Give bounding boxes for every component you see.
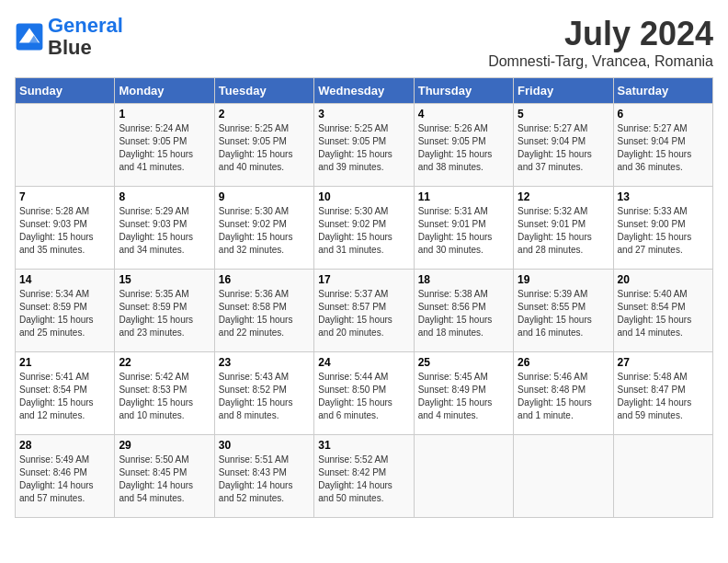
day-number: 27 (618, 356, 709, 369)
day-cell: 4Sunrise: 5:26 AM Sunset: 9:05 PM Daylig… (414, 104, 513, 187)
day-number: 24 (318, 356, 409, 369)
day-cell: 3Sunrise: 5:25 AM Sunset: 9:05 PM Daylig… (314, 104, 414, 187)
header-cell-friday: Friday (514, 78, 613, 104)
day-cell: 11Sunrise: 5:31 AM Sunset: 9:01 PM Dayli… (414, 187, 513, 270)
day-cell: 6Sunrise: 5:27 AM Sunset: 9:04 PM Daylig… (613, 104, 712, 187)
month-title: July 2024 (488, 15, 713, 53)
day-info: Sunrise: 5:52 AM Sunset: 8:42 PM Dayligh… (318, 454, 409, 505)
day-info: Sunrise: 5:32 AM Sunset: 9:01 PM Dayligh… (518, 205, 609, 257)
day-cell: 28Sunrise: 5:49 AM Sunset: 8:46 PM Dayli… (16, 435, 115, 518)
day-number: 19 (518, 273, 609, 286)
day-info: Sunrise: 5:41 AM Sunset: 8:54 PM Dayligh… (19, 371, 110, 422)
day-number: 21 (19, 356, 110, 369)
day-number: 20 (618, 273, 709, 286)
day-info: Sunrise: 5:25 AM Sunset: 9:05 PM Dayligh… (219, 122, 310, 174)
day-number: 3 (318, 108, 409, 121)
page-header: GeneralBlue July 2024 Domnesti-Targ, Vra… (15, 15, 713, 70)
day-cell: 8Sunrise: 5:29 AM Sunset: 9:03 PM Daylig… (115, 187, 214, 270)
day-cell (514, 435, 613, 518)
day-info: Sunrise: 5:34 AM Sunset: 8:59 PM Dayligh… (19, 288, 110, 339)
calendar-header: SundayMondayTuesdayWednesdayThursdayFrid… (16, 78, 713, 104)
day-cell: 24Sunrise: 5:44 AM Sunset: 8:50 PM Dayli… (314, 352, 414, 435)
week-row-4: 21Sunrise: 5:41 AM Sunset: 8:54 PM Dayli… (16, 352, 713, 435)
day-number: 14 (19, 273, 110, 286)
day-number: 25 (418, 356, 509, 369)
header-row: SundayMondayTuesdayWednesdayThursdayFrid… (16, 78, 713, 104)
day-cell: 18Sunrise: 5:38 AM Sunset: 8:56 PM Dayli… (414, 270, 513, 352)
day-cell: 25Sunrise: 5:45 AM Sunset: 8:49 PM Dayli… (414, 352, 513, 435)
day-cell: 19Sunrise: 5:39 AM Sunset: 8:55 PM Dayli… (514, 270, 613, 352)
day-cell: 23Sunrise: 5:43 AM Sunset: 8:52 PM Dayli… (214, 352, 313, 435)
day-number: 8 (119, 190, 210, 203)
location-title: Domnesti-Targ, Vrancea, Romania (488, 53, 713, 70)
day-info: Sunrise: 5:39 AM Sunset: 8:55 PM Dayligh… (518, 288, 609, 339)
day-cell: 9Sunrise: 5:30 AM Sunset: 9:02 PM Daylig… (214, 187, 313, 270)
logo-text: GeneralBlue (48, 15, 123, 59)
day-info: Sunrise: 5:33 AM Sunset: 9:00 PM Dayligh… (618, 205, 709, 257)
day-cell: 14Sunrise: 5:34 AM Sunset: 8:59 PM Dayli… (16, 270, 115, 352)
day-info: Sunrise: 5:37 AM Sunset: 8:57 PM Dayligh… (318, 288, 409, 339)
day-number: 23 (219, 356, 310, 369)
day-number: 26 (518, 356, 609, 369)
week-row-3: 14Sunrise: 5:34 AM Sunset: 8:59 PM Dayli… (16, 270, 713, 352)
day-number: 18 (418, 273, 509, 286)
day-info: Sunrise: 5:51 AM Sunset: 8:43 PM Dayligh… (219, 454, 310, 505)
day-cell: 5Sunrise: 5:27 AM Sunset: 9:04 PM Daylig… (514, 104, 613, 187)
day-number: 4 (418, 108, 509, 121)
day-number: 10 (318, 190, 409, 203)
day-info: Sunrise: 5:27 AM Sunset: 9:04 PM Dayligh… (618, 122, 709, 174)
day-cell: 1Sunrise: 5:24 AM Sunset: 9:05 PM Daylig… (115, 104, 214, 187)
week-row-5: 28Sunrise: 5:49 AM Sunset: 8:46 PM Dayli… (16, 435, 713, 518)
day-info: Sunrise: 5:35 AM Sunset: 8:59 PM Dayligh… (119, 288, 210, 339)
calendar-body: 1Sunrise: 5:24 AM Sunset: 9:05 PM Daylig… (16, 104, 713, 518)
day-info: Sunrise: 5:49 AM Sunset: 8:46 PM Dayligh… (19, 454, 110, 505)
day-number: 2 (219, 108, 310, 121)
day-number: 29 (119, 439, 210, 452)
day-cell: 31Sunrise: 5:52 AM Sunset: 8:42 PM Dayli… (314, 435, 414, 518)
day-cell: 30Sunrise: 5:51 AM Sunset: 8:43 PM Dayli… (214, 435, 313, 518)
day-number: 13 (618, 190, 709, 203)
day-cell: 2Sunrise: 5:25 AM Sunset: 9:05 PM Daylig… (214, 104, 313, 187)
day-number: 15 (119, 273, 210, 286)
day-number: 1 (119, 108, 210, 121)
day-info: Sunrise: 5:26 AM Sunset: 9:05 PM Dayligh… (418, 122, 509, 174)
day-cell: 21Sunrise: 5:41 AM Sunset: 8:54 PM Dayli… (16, 352, 115, 435)
day-info: Sunrise: 5:30 AM Sunset: 9:02 PM Dayligh… (318, 205, 409, 257)
day-info: Sunrise: 5:24 AM Sunset: 9:05 PM Dayligh… (119, 122, 210, 174)
day-cell: 26Sunrise: 5:46 AM Sunset: 8:48 PM Dayli… (514, 352, 613, 435)
day-info: Sunrise: 5:45 AM Sunset: 8:49 PM Dayligh… (418, 371, 509, 422)
header-cell-wednesday: Wednesday (314, 78, 414, 104)
day-cell (16, 104, 115, 187)
day-number: 31 (318, 439, 409, 452)
day-info: Sunrise: 5:42 AM Sunset: 8:53 PM Dayligh… (119, 371, 210, 422)
day-number: 9 (219, 190, 310, 203)
day-cell (613, 435, 712, 518)
calendar-table: SundayMondayTuesdayWednesdayThursdayFrid… (15, 77, 713, 518)
day-info: Sunrise: 5:40 AM Sunset: 8:54 PM Dayligh… (618, 288, 709, 339)
logo-icon (15, 22, 44, 52)
week-row-2: 7Sunrise: 5:28 AM Sunset: 9:03 PM Daylig… (16, 187, 713, 270)
day-number: 28 (19, 439, 110, 452)
day-cell: 27Sunrise: 5:48 AM Sunset: 8:47 PM Dayli… (613, 352, 712, 435)
header-cell-sunday: Sunday (16, 78, 115, 104)
day-cell: 13Sunrise: 5:33 AM Sunset: 9:00 PM Dayli… (613, 187, 712, 270)
day-cell: 20Sunrise: 5:40 AM Sunset: 8:54 PM Dayli… (613, 270, 712, 352)
day-info: Sunrise: 5:25 AM Sunset: 9:05 PM Dayligh… (318, 122, 409, 174)
day-cell: 16Sunrise: 5:36 AM Sunset: 8:58 PM Dayli… (214, 270, 313, 352)
day-cell (414, 435, 513, 518)
header-cell-saturday: Saturday (613, 78, 712, 104)
header-cell-monday: Monday (115, 78, 214, 104)
day-number: 16 (219, 273, 310, 286)
day-info: Sunrise: 5:38 AM Sunset: 8:56 PM Dayligh… (418, 288, 509, 339)
day-cell: 7Sunrise: 5:28 AM Sunset: 9:03 PM Daylig… (16, 187, 115, 270)
day-info: Sunrise: 5:27 AM Sunset: 9:04 PM Dayligh… (518, 122, 609, 174)
logo: GeneralBlue (15, 15, 123, 59)
day-info: Sunrise: 5:28 AM Sunset: 9:03 PM Dayligh… (19, 205, 110, 257)
day-info: Sunrise: 5:30 AM Sunset: 9:02 PM Dayligh… (219, 205, 310, 257)
day-info: Sunrise: 5:50 AM Sunset: 8:45 PM Dayligh… (119, 454, 210, 505)
day-info: Sunrise: 5:31 AM Sunset: 9:01 PM Dayligh… (418, 205, 509, 257)
day-number: 5 (518, 108, 609, 121)
week-row-1: 1Sunrise: 5:24 AM Sunset: 9:05 PM Daylig… (16, 104, 713, 187)
day-number: 6 (618, 108, 709, 121)
day-number: 17 (318, 273, 409, 286)
